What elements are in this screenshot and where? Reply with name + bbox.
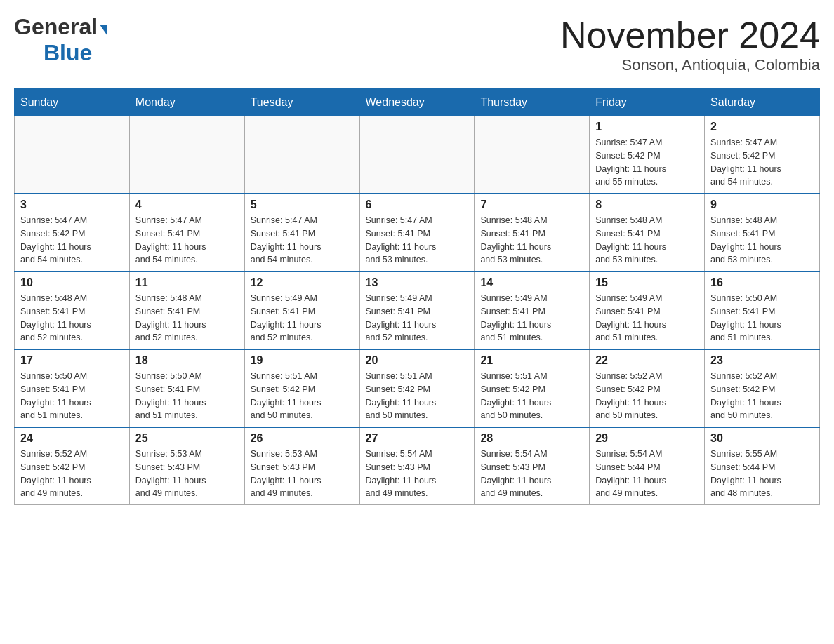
calendar-week-row: 1Sunrise: 5:47 AM Sunset: 5:42 PM Daylig… [15, 116, 820, 194]
day-info: Sunrise: 5:47 AM Sunset: 5:41 PM Dayligh… [135, 214, 239, 267]
column-header-sunday: Sunday [15, 89, 130, 116]
day-info: Sunrise: 5:48 AM Sunset: 5:41 PM Dayligh… [480, 214, 583, 267]
calendar-cell: 2Sunrise: 5:47 AM Sunset: 5:42 PM Daylig… [705, 116, 820, 194]
day-number: 24 [20, 432, 124, 445]
day-info: Sunrise: 5:52 AM Sunset: 5:42 PM Dayligh… [595, 370, 699, 422]
day-number: 13 [366, 276, 469, 289]
day-info: Sunrise: 5:49 AM Sunset: 5:41 PM Dayligh… [480, 292, 583, 344]
page-header: General Blue November 2024 Sonson, Antio… [14, 14, 820, 74]
day-info: Sunrise: 5:51 AM Sunset: 5:42 PM Dayligh… [251, 370, 354, 422]
calendar-header-row: SundayMondayTuesdayWednesdayThursdayFrid… [15, 89, 820, 116]
day-info: Sunrise: 5:52 AM Sunset: 5:42 PM Dayligh… [710, 370, 814, 422]
calendar-cell: 18Sunrise: 5:50 AM Sunset: 5:41 PM Dayli… [129, 349, 244, 427]
day-info: Sunrise: 5:54 AM Sunset: 5:43 PM Dayligh… [366, 448, 469, 500]
day-number: 20 [366, 354, 469, 367]
logo-general-text: General [14, 14, 98, 39]
calendar-cell: 10Sunrise: 5:48 AM Sunset: 5:41 PM Dayli… [15, 271, 130, 349]
calendar-cell: 28Sunrise: 5:54 AM Sunset: 5:43 PM Dayli… [475, 427, 590, 505]
calendar-cell: 29Sunrise: 5:54 AM Sunset: 5:44 PM Dayli… [590, 427, 705, 505]
day-info: Sunrise: 5:53 AM Sunset: 5:43 PM Dayligh… [135, 448, 239, 500]
day-info: Sunrise: 5:47 AM Sunset: 5:41 PM Dayligh… [366, 214, 469, 267]
day-number: 19 [251, 354, 354, 367]
calendar-cell [475, 116, 590, 194]
day-number: 27 [366, 432, 469, 445]
day-info: Sunrise: 5:54 AM Sunset: 5:43 PM Dayligh… [480, 448, 583, 500]
month-title: November 2024 [560, 14, 820, 56]
calendar-cell: 9Sunrise: 5:48 AM Sunset: 5:41 PM Daylig… [705, 194, 820, 271]
calendar-table: SundayMondayTuesdayWednesdayThursdayFrid… [14, 88, 820, 505]
calendar-cell: 6Sunrise: 5:47 AM Sunset: 5:41 PM Daylig… [359, 194, 475, 271]
calendar-cell: 1Sunrise: 5:47 AM Sunset: 5:42 PM Daylig… [590, 116, 705, 194]
day-number: 23 [710, 354, 814, 367]
day-number: 17 [20, 354, 124, 367]
day-info: Sunrise: 5:47 AM Sunset: 5:42 PM Dayligh… [595, 136, 699, 189]
calendar-cell: 27Sunrise: 5:54 AM Sunset: 5:43 PM Dayli… [359, 427, 475, 505]
column-header-saturday: Saturday [705, 89, 820, 116]
calendar-week-row: 24Sunrise: 5:52 AM Sunset: 5:42 PM Dayli… [15, 427, 820, 505]
day-number: 12 [251, 276, 354, 289]
day-number: 8 [595, 199, 699, 211]
day-info: Sunrise: 5:54 AM Sunset: 5:44 PM Dayligh… [595, 448, 699, 500]
calendar-cell: 16Sunrise: 5:50 AM Sunset: 5:41 PM Dayli… [705, 271, 820, 349]
calendar-cell: 21Sunrise: 5:51 AM Sunset: 5:42 PM Dayli… [475, 349, 590, 427]
calendar-cell: 13Sunrise: 5:49 AM Sunset: 5:41 PM Dayli… [359, 271, 475, 349]
day-number: 5 [251, 199, 354, 211]
column-header-monday: Monday [129, 89, 244, 116]
day-number: 9 [710, 199, 814, 211]
day-info: Sunrise: 5:50 AM Sunset: 5:41 PM Dayligh… [135, 370, 239, 422]
day-info: Sunrise: 5:47 AM Sunset: 5:41 PM Dayligh… [251, 214, 354, 267]
location-title: Sonson, Antioquia, Colombia [560, 56, 820, 74]
day-number: 14 [480, 276, 583, 289]
calendar-cell [359, 116, 475, 194]
calendar-cell: 30Sunrise: 5:55 AM Sunset: 5:44 PM Dayli… [705, 427, 820, 505]
calendar-cell: 4Sunrise: 5:47 AM Sunset: 5:41 PM Daylig… [129, 194, 244, 271]
day-number: 26 [251, 432, 354, 445]
calendar-cell: 20Sunrise: 5:51 AM Sunset: 5:42 PM Dayli… [359, 349, 475, 427]
day-info: Sunrise: 5:48 AM Sunset: 5:41 PM Dayligh… [710, 214, 814, 267]
day-number: 21 [480, 354, 583, 367]
day-number: 2 [710, 121, 814, 133]
day-number: 10 [20, 276, 124, 289]
day-number: 16 [710, 276, 814, 289]
day-number: 7 [480, 199, 583, 211]
day-info: Sunrise: 5:48 AM Sunset: 5:41 PM Dayligh… [20, 292, 124, 344]
calendar-cell: 17Sunrise: 5:50 AM Sunset: 5:41 PM Dayli… [15, 349, 130, 427]
day-info: Sunrise: 5:52 AM Sunset: 5:42 PM Dayligh… [20, 448, 124, 500]
day-info: Sunrise: 5:50 AM Sunset: 5:41 PM Dayligh… [20, 370, 124, 422]
column-header-wednesday: Wednesday [359, 89, 475, 116]
calendar-cell: 7Sunrise: 5:48 AM Sunset: 5:41 PM Daylig… [475, 194, 590, 271]
day-info: Sunrise: 5:51 AM Sunset: 5:42 PM Dayligh… [480, 370, 583, 422]
column-header-thursday: Thursday [475, 89, 590, 116]
calendar-cell: 22Sunrise: 5:52 AM Sunset: 5:42 PM Dayli… [590, 349, 705, 427]
day-number: 25 [135, 432, 239, 445]
day-number: 30 [710, 432, 814, 445]
calendar-cell: 8Sunrise: 5:48 AM Sunset: 5:41 PM Daylig… [590, 194, 705, 271]
day-number: 3 [20, 199, 124, 211]
day-info: Sunrise: 5:51 AM Sunset: 5:42 PM Dayligh… [366, 370, 469, 422]
day-number: 6 [366, 199, 469, 211]
logo-blue-text: Blue [44, 40, 92, 65]
calendar-cell: 25Sunrise: 5:53 AM Sunset: 5:43 PM Dayli… [129, 427, 244, 505]
day-info: Sunrise: 5:49 AM Sunset: 5:41 PM Dayligh… [251, 292, 354, 344]
column-header-friday: Friday [590, 89, 705, 116]
day-number: 22 [595, 354, 699, 367]
day-info: Sunrise: 5:48 AM Sunset: 5:41 PM Dayligh… [135, 292, 239, 344]
logo: General Blue [14, 14, 107, 66]
calendar-week-row: 10Sunrise: 5:48 AM Sunset: 5:41 PM Dayli… [15, 271, 820, 349]
day-number: 28 [480, 432, 583, 445]
logo-triangle-icon [100, 25, 107, 36]
calendar-cell: 23Sunrise: 5:52 AM Sunset: 5:42 PM Dayli… [705, 349, 820, 427]
day-number: 4 [135, 199, 239, 211]
day-info: Sunrise: 5:53 AM Sunset: 5:43 PM Dayligh… [251, 448, 354, 500]
calendar-cell [244, 116, 359, 194]
calendar-cell [15, 116, 130, 194]
day-info: Sunrise: 5:47 AM Sunset: 5:42 PM Dayligh… [20, 214, 124, 267]
day-info: Sunrise: 5:55 AM Sunset: 5:44 PM Dayligh… [710, 448, 814, 500]
calendar-cell [129, 116, 244, 194]
logo-blue-line: Blue [14, 40, 92, 66]
calendar-cell: 19Sunrise: 5:51 AM Sunset: 5:42 PM Dayli… [244, 349, 359, 427]
calendar-week-row: 17Sunrise: 5:50 AM Sunset: 5:41 PM Dayli… [15, 349, 820, 427]
day-info: Sunrise: 5:47 AM Sunset: 5:42 PM Dayligh… [710, 136, 814, 189]
calendar-cell: 12Sunrise: 5:49 AM Sunset: 5:41 PM Dayli… [244, 271, 359, 349]
calendar-cell: 3Sunrise: 5:47 AM Sunset: 5:42 PM Daylig… [15, 194, 130, 271]
